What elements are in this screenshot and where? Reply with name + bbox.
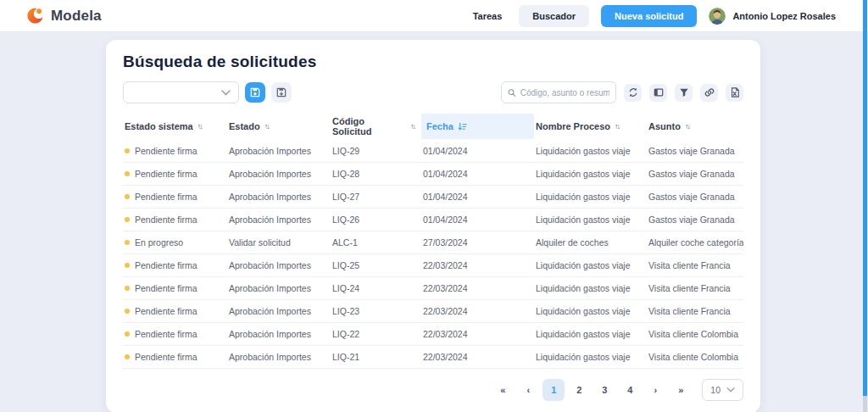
status-dot-icon [125, 286, 130, 291]
cell-estado-sistema: Pendiente firma [123, 192, 227, 202]
prev-page-button[interactable]: ‹ [517, 379, 539, 401]
status-text: Pendiente firma [135, 306, 198, 316]
cell-estado: Validar solicitud [227, 237, 331, 248]
toolbar-right [501, 81, 743, 103]
sort-icon: ↑↓ [410, 122, 415, 131]
cell-asunto: Visita cliente Francia [647, 260, 743, 270]
buscador-button[interactable]: Buscador [519, 5, 589, 27]
column-header-fecha[interactable]: Fecha [421, 114, 534, 139]
cell-estado-sistema: Pendiente firma [123, 352, 227, 362]
table-header: Estado sistema ↑↓ Estado ↑↓ Código Solic… [123, 114, 743, 139]
status-text: Pendiente firma [135, 260, 198, 270]
cell-codigo: LIQ-28 [331, 169, 421, 179]
cell-estado: Aprobación Importes [227, 329, 331, 339]
cell-fecha: 01/04/2024 [421, 214, 534, 225]
status-text: Pendiente firma [135, 352, 198, 362]
status-dot-icon [125, 148, 130, 153]
cell-proceso: Liquidación gastos viaje [534, 192, 647, 202]
filter-button[interactable] [675, 84, 693, 102]
page-button-2[interactable]: 2 [568, 379, 590, 401]
cell-proceso: Liquidación gastos viaje [534, 283, 647, 293]
top-nav: Tareas Buscador Nueva solicitud Antonio … [473, 5, 836, 27]
table-row[interactable]: Pendiente firmaAprobación ImportesLIQ-21… [123, 345, 743, 368]
status-dot-icon [125, 194, 130, 199]
nueva-solicitud-button[interactable]: Nueva solicitud [601, 5, 697, 27]
table-row[interactable]: En progresoValidar solicitudALC-127/03/2… [123, 231, 743, 253]
filter-icon [679, 87, 689, 97]
scrollbar-thumb[interactable] [863, 0, 867, 396]
table-row[interactable]: Pendiente firmaAprobación ImportesLIQ-29… [123, 139, 743, 162]
table-row[interactable]: Pendiente firmaAprobación ImportesLIQ-25… [123, 253, 743, 276]
page-size-select[interactable]: 10 [702, 379, 743, 401]
last-page-button[interactable]: » [670, 379, 692, 401]
cell-estado-sistema: Pendiente firma [123, 214, 227, 225]
cell-asunto: Visita cliente Francia [647, 283, 743, 293]
refresh-button[interactable] [624, 84, 642, 102]
cell-proceso: Liquidación gastos viaje [534, 260, 647, 270]
first-page-button[interactable]: « [492, 379, 514, 401]
modela-logo-icon [25, 6, 45, 25]
cell-fecha: 22/03/2024 [421, 306, 534, 316]
link-icon [704, 87, 715, 97]
main-content: Búsqueda de solicitudes [0, 32, 868, 412]
status-text: Pendiente firma [135, 214, 198, 225]
save-as-button[interactable] [271, 82, 292, 103]
column-header-asunto[interactable]: Asunto ↑↓ [647, 114, 743, 139]
status-text: Pendiente firma [135, 329, 198, 339]
cell-codigo: LIQ-22 [331, 329, 421, 339]
top-bar: Modela Tareas Buscador Nueva solicitud A… [0, 0, 868, 32]
cell-asunto: Visita cliente Colombia [647, 329, 743, 339]
status-text: En progreso [135, 237, 183, 248]
cell-estado: Aprobación Importes [227, 283, 331, 293]
column-header-estado[interactable]: Estado ↑↓ [227, 114, 331, 139]
cell-estado-sistema: Pendiente firma [123, 329, 227, 339]
user-menu[interactable]: Antonio Lopez Rosales [709, 8, 836, 25]
table-row[interactable]: Pendiente firmaAprobación ImportesLIQ-28… [123, 162, 743, 185]
cell-estado-sistema: Pendiente firma [123, 169, 227, 179]
table-row[interactable]: Pendiente firmaAprobación ImportesLIQ-27… [123, 185, 743, 208]
cell-proceso: Liquidación gastos viaje [534, 146, 647, 156]
nav-tareas[interactable]: Tareas [473, 11, 503, 21]
columns-button[interactable] [649, 84, 667, 102]
toolbar [123, 81, 743, 103]
next-page-button[interactable]: › [644, 379, 666, 401]
user-name: Antonio Lopez Rosales [732, 11, 836, 21]
cell-estado-sistema: Pendiente firma [123, 146, 227, 156]
save-search-button[interactable] [245, 82, 265, 103]
search-input[interactable] [520, 88, 609, 97]
cell-estado: Aprobación Importes [227, 214, 331, 225]
status-dot-icon [125, 263, 130, 268]
avatar [709, 8, 726, 25]
status-text: Pendiente firma [135, 192, 198, 202]
scrollbar[interactable] [863, 0, 867, 412]
cell-asunto: Gastos viaje Granada [647, 192, 743, 202]
cell-proceso: Liquidación gastos viaje [534, 329, 647, 339]
cell-fecha: 01/04/2024 [421, 169, 534, 179]
link-button[interactable] [700, 84, 718, 102]
excel-export-button[interactable] [726, 84, 743, 102]
sort-descending-icon [458, 122, 467, 131]
table-row[interactable]: Pendiente firmaAprobación ImportesLIQ-24… [123, 276, 743, 299]
page-button-4[interactable]: 4 [619, 379, 641, 401]
excel-export-icon [730, 87, 740, 97]
cell-codigo: LIQ-25 [331, 260, 421, 270]
page-title: Búsqueda de solicitudes [123, 53, 743, 71]
page-button-1[interactable]: 1 [542, 379, 565, 401]
column-header-estado-sistema[interactable]: Estado sistema ↑↓ [123, 114, 227, 139]
cell-asunto: Alquiler coche categoría C [647, 237, 743, 248]
table-row[interactable]: Pendiente firmaAprobación ImportesLIQ-26… [123, 208, 743, 231]
cell-asunto: Gastos viaje Granada [647, 214, 743, 225]
cell-estado: Aprobación Importes [227, 306, 331, 316]
page-button-3[interactable]: 3 [593, 379, 615, 401]
cell-proceso: Alquiler de coches [534, 237, 647, 248]
column-header-nombre-proceso[interactable]: Nombre Proceso ↑↓ [534, 114, 647, 139]
cell-codigo: ALC-1 [331, 237, 421, 248]
table-row[interactable]: Pendiente firmaAprobación ImportesLIQ-22… [123, 322, 743, 345]
cell-proceso: Liquidación gastos viaje [534, 169, 647, 179]
column-header-codigo-solicitud[interactable]: Código Solicitud ↑↓ [331, 114, 421, 139]
sort-icon: ↑↓ [264, 122, 269, 131]
table-row[interactable]: Pendiente firmaAprobación ImportesLIQ-23… [123, 299, 743, 322]
status-dot-icon [125, 331, 130, 337]
saved-search-select[interactable] [123, 81, 239, 103]
pagination: « ‹ 1234 › » 10 [123, 379, 743, 401]
